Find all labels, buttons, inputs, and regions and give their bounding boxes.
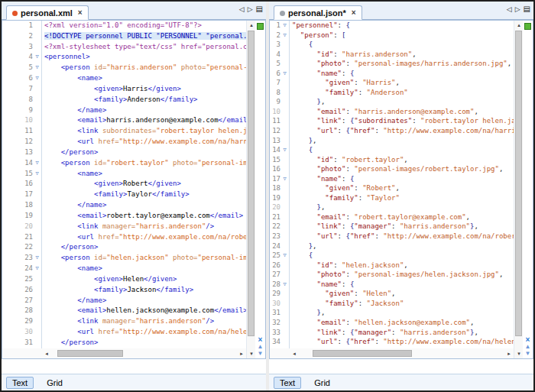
code-line[interactable]: <family>Anderson</family>	[44, 95, 246, 105]
scroll-left-icon[interactable]: ◂	[42, 348, 51, 358]
code-line[interactable]: "url": {"href": "http://www.example.com/…	[292, 337, 514, 347]
fold-toggle-icon[interactable]: ▽	[280, 280, 289, 290]
hscroll-thumb[interactable]	[313, 350, 412, 357]
code-line[interactable]: "email": "harris.anderson@example.com",	[292, 107, 514, 117]
tab-personal-json[interactable]: personal.json* ×	[274, 5, 362, 20]
code-line[interactable]: </name>	[44, 296, 246, 306]
code-line[interactable]: </person>	[44, 242, 246, 253]
fold-toggle-icon[interactable]: ▽	[280, 251, 289, 261]
code-line[interactable]: "link": {"subordinates": "robert.taylor …	[292, 116, 514, 126]
fold-toggle-icon[interactable]: ▽	[280, 31, 289, 40]
next-marker-icon[interactable]: ▼	[525, 351, 531, 357]
hscroll-track[interactable]	[51, 348, 237, 358]
tab-list-icon[interactable]: ▤	[256, 5, 263, 13]
nav-forward-icon[interactable]: ▷	[515, 6, 520, 13]
close-icon[interactable]: ×	[352, 9, 356, 17]
horizontal-scrollbar[interactable]: ◂ ▸	[2, 348, 246, 358]
fold-toggle-icon[interactable]: ▽	[280, 21, 289, 31]
code-line[interactable]: "name": {	[292, 280, 514, 290]
code-line[interactable]: "given": "Robert",	[292, 183, 514, 193]
fold-toggle-icon[interactable]: ▽	[33, 158, 41, 169]
code-line[interactable]: <given>Harris</given>	[44, 84, 246, 95]
clear-markers-icon[interactable]: ×	[526, 336, 530, 343]
fold-toggle-icon[interactable]: ▽	[33, 52, 41, 63]
code-line[interactable]: <?xml version="1.0" encoding="UTF-8"?>	[44, 21, 246, 31]
vscroll-thumb[interactable]	[248, 31, 255, 336]
grid-view-tab[interactable]: Grid	[41, 377, 68, 388]
fold-toggle-icon[interactable]: ▽	[280, 69, 289, 79]
nav-forward-icon[interactable]: ▷	[248, 6, 253, 13]
code-line[interactable]: </name>	[44, 200, 246, 211]
code-line[interactable]: "link": {"manager": "harris.anderson"},	[292, 222, 514, 232]
horizontal-scrollbar[interactable]: ◂ ▸	[270, 348, 514, 358]
code-line[interactable]: "family": "Taylor"	[292, 193, 514, 203]
scroll-right-icon[interactable]: ▸	[504, 348, 514, 358]
close-icon[interactable]: ×	[78, 9, 83, 17]
code-line[interactable]: <given>Helen</given>	[44, 274, 246, 285]
fold-toggle-icon[interactable]: ▽	[33, 169, 41, 180]
text-view-tab[interactable]: Text	[6, 377, 34, 389]
code-line[interactable]: "family": "Jackson"	[292, 299, 514, 309]
code-line[interactable]: {	[292, 40, 514, 50]
code-line[interactable]: "name": {	[292, 174, 514, 184]
vertical-scrollbar[interactable]: ▴ ▾	[514, 21, 523, 358]
code-line[interactable]: <name>	[44, 169, 246, 180]
code-line[interactable]: <link manager="harris.anderson"/>	[44, 316, 246, 327]
code-line[interactable]: <email>robert.taylor@example.com</email>	[44, 211, 246, 222]
code-line[interactable]: "email": "robert.taylor@example.com",	[292, 212, 514, 222]
code-line[interactable]: "id": "helen.jackson",	[292, 261, 514, 271]
code-line[interactable]: },	[292, 308, 514, 318]
code-line[interactable]: "id": "harris.anderson",	[292, 50, 514, 60]
xml-code-area[interactable]: <?xml version="1.0" encoding="UTF-8"?><!…	[42, 21, 246, 348]
code-line[interactable]: },	[292, 97, 514, 107]
previous-marker-icon[interactable]: ▲	[525, 344, 531, 350]
code-line[interactable]: <name>	[44, 73, 246, 84]
tab-list-icon[interactable]: ▤	[524, 5, 530, 13]
code-line[interactable]: "link": {"manager": "harris.anderson"},	[292, 328, 514, 338]
code-line[interactable]: "personnel": {	[292, 21, 514, 31]
code-line[interactable]: "photo": "personal-images/helen.jackson.…	[292, 270, 514, 280]
code-line[interactable]: "family": "Anderson"	[292, 88, 514, 98]
code-line[interactable]: <person id="robert.taylor" photo="person…	[44, 158, 246, 169]
code-line[interactable]: <family>Jackson</family>	[44, 285, 246, 296]
previous-marker-icon[interactable]: ▲	[258, 344, 264, 350]
text-view-tab[interactable]: Text	[274, 377, 301, 389]
code-line[interactable]: "given": "Harris",	[292, 78, 514, 88]
fold-toggle-icon[interactable]: ▽	[33, 264, 41, 274]
code-line[interactable]: <link manager="harris.anderson"/>	[44, 222, 246, 232]
code-line[interactable]: },	[292, 202, 514, 212]
scroll-right-icon[interactable]: ▸	[237, 348, 246, 358]
tab-personal-xml[interactable]: personal.xml ×	[6, 5, 89, 20]
code-line[interactable]: "name": {	[292, 69, 514, 79]
code-line[interactable]: <name>	[44, 264, 246, 274]
code-line[interactable]: <personnel>	[44, 52, 246, 63]
code-line[interactable]: "photo": "personal-images/harris.anderso…	[292, 59, 514, 69]
code-line[interactable]: },	[292, 241, 514, 251]
nav-back-icon[interactable]: ◁	[239, 6, 245, 13]
hscroll-track[interactable]	[299, 348, 504, 358]
clear-markers-icon[interactable]: ×	[258, 336, 263, 343]
code-line[interactable]: "email": "hellen.jackson@example.com",	[292, 318, 514, 328]
code-line[interactable]: <family>Taylor</family>	[44, 190, 246, 200]
code-line[interactable]: <person id="harris.anderson" photo="pers…	[44, 63, 246, 73]
code-line[interactable]: <person id="helen.jackson" photo="person…	[44, 253, 246, 264]
code-line[interactable]: "person": [	[292, 31, 514, 40]
vertical-scrollbar[interactable]: ▴ ▾	[246, 21, 255, 358]
code-line[interactable]: </person>	[44, 147, 246, 158]
code-line[interactable]: <url href="http://www.example.com/na/har…	[44, 137, 246, 147]
code-line[interactable]: <?xml-stylesheet type="text/css" href="p…	[44, 42, 246, 53]
code-line[interactable]: "photo": "personal-images/robert.taylor.…	[292, 164, 514, 174]
code-line[interactable]: },	[292, 136, 514, 146]
code-line[interactable]: </person>	[44, 338, 246, 348]
fold-toggle-icon[interactable]: ▽	[33, 73, 41, 84]
code-line[interactable]: <url href="http://www.example.com/na/rob…	[44, 232, 246, 243]
json-code-area[interactable]: "personnel": { "person": [ { "id": "harr…	[290, 21, 514, 348]
grid-view-tab[interactable]: Grid	[309, 377, 336, 388]
code-line[interactable]: <!DOCTYPE personnel PUBLIC "PERSONNEL" "…	[44, 31, 246, 42]
fold-toggle-icon[interactable]: ▽	[280, 174, 289, 184]
code-line[interactable]: <link subordinates="robert.taylor helen.…	[44, 126, 246, 137]
scroll-left-icon[interactable]: ◂	[290, 348, 299, 358]
hscroll-thumb[interactable]	[57, 350, 123, 357]
fold-toggle-icon[interactable]: ▽	[33, 63, 41, 73]
code-line[interactable]: </name>	[44, 105, 246, 116]
